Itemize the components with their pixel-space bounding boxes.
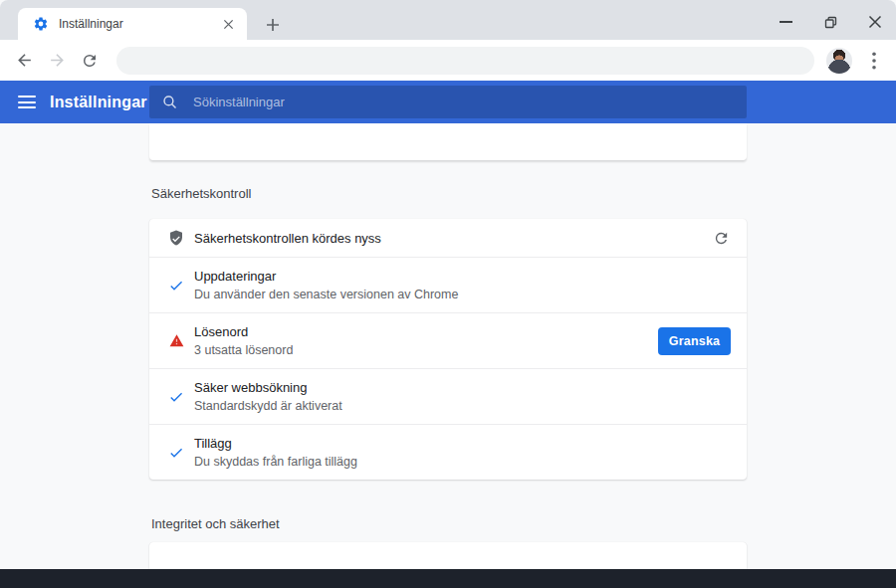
review-passwords-button[interactable]: Granska xyxy=(658,327,731,355)
privacy-section-card xyxy=(149,542,747,569)
row-title: Uppdateringar xyxy=(194,269,731,284)
new-tab-button[interactable] xyxy=(261,13,285,37)
search-input[interactable] xyxy=(191,94,747,110)
menu-hamburger-icon[interactable] xyxy=(18,94,36,110)
row-title: Tillägg xyxy=(194,436,731,451)
settings-search-box xyxy=(149,86,747,118)
settings-title: Inställningar xyxy=(50,94,147,111)
tab-settings[interactable]: Inställningar xyxy=(18,8,247,40)
back-icon[interactable] xyxy=(10,47,38,75)
settings-header: Inställningar xyxy=(0,81,896,123)
rerun-safety-check-icon[interactable] xyxy=(711,228,731,248)
section-label-safety-check: Säkerhetskontroll xyxy=(151,186,251,201)
row-subtitle: Du använder den senaste versionen av Chr… xyxy=(194,288,731,301)
safety-check-row-passwords: Lösenord 3 utsatta lösenord Granska xyxy=(149,312,747,368)
restore-icon[interactable] xyxy=(817,9,843,35)
profile-avatar[interactable] xyxy=(826,48,852,74)
row-title: Lösenord xyxy=(194,324,658,339)
tab-close-icon[interactable] xyxy=(219,15,237,33)
check-icon xyxy=(167,445,185,461)
browser-toolbar xyxy=(0,40,896,81)
close-window-icon[interactable] xyxy=(862,9,888,35)
check-icon xyxy=(167,389,185,405)
previous-section-card xyxy=(149,123,747,160)
settings-gear-favicon-icon xyxy=(33,16,49,32)
section-label-privacy: Integritet och säkerhet xyxy=(151,516,280,531)
tab-title: Inställningar xyxy=(59,17,219,31)
safety-check-card: Säkerhetskontrollen kördes nyss Uppdater… xyxy=(149,219,747,480)
search-icon xyxy=(161,94,178,110)
safety-check-row-extensions: Tillägg Du skyddas från farliga tillägg xyxy=(149,424,747,480)
reload-icon[interactable] xyxy=(76,47,104,75)
row-subtitle: Standardskydd är aktiverat xyxy=(194,399,731,413)
bottom-shelf xyxy=(0,569,896,588)
check-icon xyxy=(167,278,185,294)
safety-check-status-row: Säkerhetskontrollen kördes nyss xyxy=(149,219,747,257)
safety-check-row-updates: Uppdateringar Du använder den senaste ve… xyxy=(149,257,747,312)
shield-check-icon xyxy=(167,229,185,247)
warning-icon xyxy=(167,333,185,348)
address-bar[interactable] xyxy=(116,47,814,75)
row-title: Säker webbsökning xyxy=(194,380,731,395)
forward-icon[interactable] xyxy=(43,47,71,75)
row-subtitle: Du skyddas från farliga tillägg xyxy=(194,455,731,469)
window-controls xyxy=(754,9,888,35)
minimize-icon[interactable] xyxy=(773,9,798,35)
tab-strip: Inställningar xyxy=(0,0,896,40)
row-subtitle: 3 utsatta lösenord xyxy=(194,343,658,357)
safety-check-row-safe-browsing: Säker webbsökning Standardskydd är aktiv… xyxy=(149,368,747,424)
browser-menu-icon[interactable] xyxy=(862,48,886,74)
safety-check-status-text: Säkerhetskontrollen kördes nyss xyxy=(194,231,711,246)
browser-window: Inställningar xyxy=(0,0,896,588)
